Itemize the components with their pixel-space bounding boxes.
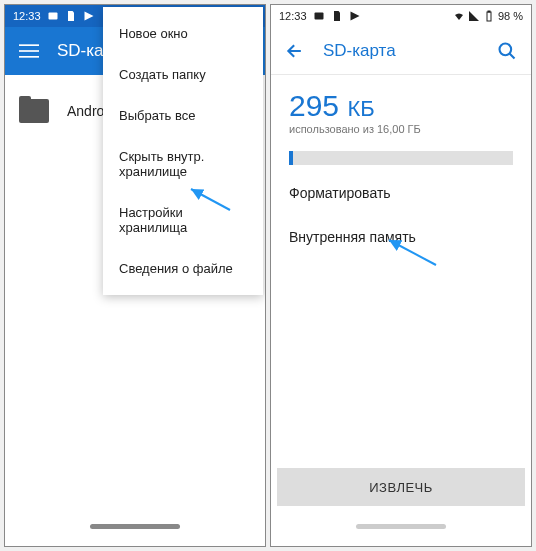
wifi-icon xyxy=(453,10,465,22)
search-button[interactable] xyxy=(495,39,519,63)
menu-item-select-all[interactable]: Выбрать все xyxy=(103,95,263,136)
nav-pill-icon[interactable] xyxy=(90,524,180,529)
image-icon xyxy=(47,10,59,22)
svg-rect-3 xyxy=(19,44,39,46)
storage-value-text: 295 xyxy=(289,89,339,122)
menu-item-hide-internal[interactable]: Скрыть внутр. хранилище xyxy=(103,136,263,192)
svg-rect-5 xyxy=(19,56,39,58)
app-title: SD-карта xyxy=(323,41,396,61)
menu-item-file-info[interactable]: Сведения о файле xyxy=(103,248,263,289)
signal-x-icon xyxy=(468,10,480,22)
menu-item-storage-settings[interactable]: Настройки хранилища xyxy=(103,192,263,248)
play-icon xyxy=(83,10,95,22)
back-button[interactable] xyxy=(283,39,307,63)
internal-memory-button[interactable]: Внутренняя память xyxy=(271,215,531,259)
menu-item-create-folder[interactable]: Создать папку xyxy=(103,54,263,95)
storage-subtext: использовано из 16,00 ГБ xyxy=(289,123,513,135)
svg-rect-4 xyxy=(19,50,39,52)
eject-button[interactable]: ИЗВЛЕЧЬ xyxy=(277,468,525,506)
eject-label: ИЗВЛЕЧЬ xyxy=(369,480,433,495)
clock-text: 12:33 xyxy=(279,10,307,22)
nav-pill-icon[interactable] xyxy=(356,524,446,529)
menu-item-new-window[interactable]: Новое окно xyxy=(103,13,263,54)
overflow-menu: Новое окно Создать папку Выбрать все Скр… xyxy=(103,7,263,295)
nav-bar xyxy=(271,506,531,546)
menu-button[interactable] xyxy=(17,39,41,63)
svg-rect-8 xyxy=(487,12,491,21)
play-icon xyxy=(349,10,361,22)
svg-rect-7 xyxy=(314,13,323,20)
app-bar: SD-карта xyxy=(271,27,531,75)
svg-rect-9 xyxy=(488,11,490,12)
svg-point-10 xyxy=(500,43,512,55)
battery-icon xyxy=(483,10,495,22)
phone-right: 12:33 98 % SD-карта xyxy=(270,4,532,547)
folder-icon xyxy=(19,99,49,123)
content: 295 КБ использовано из 16,00 ГБ Форматир… xyxy=(271,75,531,508)
file-icon xyxy=(331,10,343,22)
status-bar: 12:33 98 % xyxy=(271,5,531,27)
clock-text: 12:33 xyxy=(13,10,41,22)
svg-line-11 xyxy=(510,53,515,58)
storage-progress xyxy=(271,141,531,171)
storage-unit-text: КБ xyxy=(347,96,374,121)
format-button[interactable]: Форматировать xyxy=(271,171,531,215)
battery-text: 98 % xyxy=(498,10,523,22)
svg-rect-0 xyxy=(48,13,57,20)
image-icon xyxy=(313,10,325,22)
phone-left: 12:33 98 % SD-карта Android xyxy=(4,4,266,547)
storage-used-value: 295 КБ xyxy=(289,89,375,122)
file-icon xyxy=(65,10,77,22)
nav-bar xyxy=(5,506,265,546)
